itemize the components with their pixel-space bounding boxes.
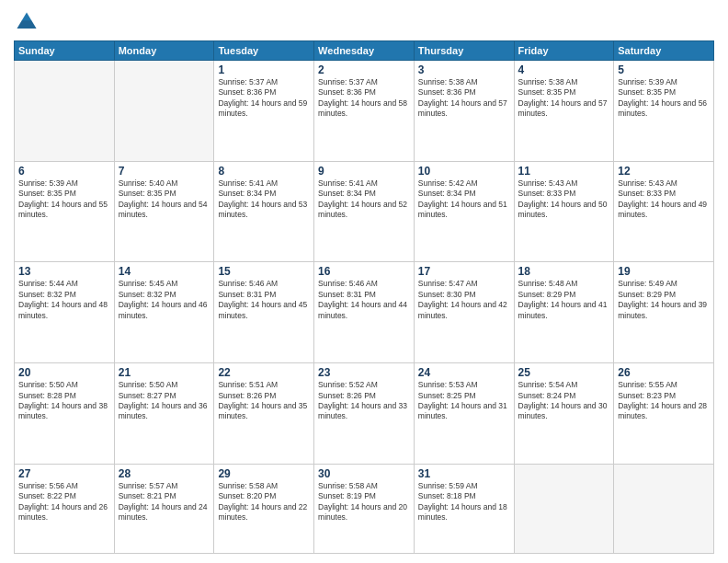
day-number: 1 <box>218 63 310 76</box>
day-number: 9 <box>318 165 410 178</box>
day-number: 31 <box>418 467 510 480</box>
day-number: 6 <box>18 165 110 178</box>
day-number: 12 <box>618 165 710 178</box>
calendar-cell: 19Sunrise: 5:49 AMSunset: 8:29 PMDayligh… <box>614 262 714 363</box>
cell-details: Sunrise: 5:38 AMSunset: 8:36 PMDaylight:… <box>418 77 510 120</box>
svg-marker-1 <box>17 20 37 29</box>
weekday-header-row: SundayMondayTuesdayWednesdayThursdayFrid… <box>15 41 714 61</box>
calendar-cell: 7Sunrise: 5:40 AMSunset: 8:35 PMDaylight… <box>114 161 214 262</box>
cell-details: Sunrise: 5:50 AMSunset: 8:27 PMDaylight:… <box>119 380 210 422</box>
calendar-cell: 15Sunrise: 5:46 AMSunset: 8:31 PMDayligh… <box>214 262 314 363</box>
day-number: 14 <box>119 265 210 278</box>
weekday-header-saturday: Saturday <box>614 41 714 61</box>
page: SundayMondayTuesdayWednesdayThursdayFrid… <box>0 0 728 563</box>
day-number: 17 <box>418 265 510 278</box>
day-number: 22 <box>218 366 310 379</box>
weekday-header-monday: Monday <box>114 41 214 61</box>
cell-details: Sunrise: 5:44 AMSunset: 8:32 PMDaylight:… <box>18 279 110 321</box>
day-number: 19 <box>618 265 710 278</box>
cell-details: Sunrise: 5:51 AMSunset: 8:26 PMDaylight:… <box>218 380 310 422</box>
cell-details: Sunrise: 5:54 AMSunset: 8:24 PMDaylight:… <box>518 380 610 422</box>
cell-details: Sunrise: 5:55 AMSunset: 8:23 PMDaylight:… <box>618 380 710 422</box>
weekday-header-wednesday: Wednesday <box>314 41 415 61</box>
cell-details: Sunrise: 5:43 AMSunset: 8:33 PMDaylight:… <box>518 178 610 221</box>
calendar-cell: 12Sunrise: 5:43 AMSunset: 8:33 PMDayligh… <box>614 161 714 262</box>
cell-details: Sunrise: 5:52 AMSunset: 8:26 PMDaylight:… <box>318 380 410 422</box>
calendar-cell: 13Sunrise: 5:44 AMSunset: 8:32 PMDayligh… <box>15 262 115 363</box>
cell-details: Sunrise: 5:46 AMSunset: 8:31 PMDaylight:… <box>318 279 410 321</box>
calendar-cell: 14Sunrise: 5:45 AMSunset: 8:32 PMDayligh… <box>114 262 214 363</box>
cell-details: Sunrise: 5:46 AMSunset: 8:31 PMDaylight:… <box>218 279 310 321</box>
cell-details: Sunrise: 5:43 AMSunset: 8:33 PMDaylight:… <box>618 178 710 221</box>
day-number: 20 <box>18 366 110 379</box>
day-number: 8 <box>218 165 310 178</box>
cell-details: Sunrise: 5:50 AMSunset: 8:28 PMDaylight:… <box>18 380 110 422</box>
week-row-2: 6Sunrise: 5:39 AMSunset: 8:35 PMDaylight… <box>15 161 714 262</box>
cell-details: Sunrise: 5:58 AMSunset: 8:19 PMDaylight:… <box>318 481 410 523</box>
cell-details: Sunrise: 5:39 AMSunset: 8:35 PMDaylight:… <box>618 77 710 120</box>
cell-details: Sunrise: 5:45 AMSunset: 8:32 PMDaylight:… <box>119 279 210 321</box>
calendar-cell: 8Sunrise: 5:41 AMSunset: 8:34 PMDaylight… <box>214 161 314 262</box>
day-number: 29 <box>218 467 310 480</box>
cell-details: Sunrise: 5:41 AMSunset: 8:34 PMDaylight:… <box>318 178 410 221</box>
day-number: 21 <box>119 366 210 379</box>
cell-details: Sunrise: 5:42 AMSunset: 8:34 PMDaylight:… <box>418 178 510 221</box>
calendar-cell: 4Sunrise: 5:38 AMSunset: 8:35 PMDaylight… <box>514 61 614 162</box>
calendar-cell: 23Sunrise: 5:52 AMSunset: 8:26 PMDayligh… <box>314 363 415 465</box>
logo <box>14 9 43 35</box>
day-number: 13 <box>18 265 110 278</box>
day-number: 16 <box>318 265 410 278</box>
day-number: 18 <box>518 265 610 278</box>
cell-details: Sunrise: 5:48 AMSunset: 8:29 PMDaylight:… <box>518 279 610 321</box>
calendar-cell: 5Sunrise: 5:39 AMSunset: 8:35 PMDaylight… <box>614 61 714 162</box>
calendar-cell: 18Sunrise: 5:48 AMSunset: 8:29 PMDayligh… <box>514 262 614 363</box>
cell-details: Sunrise: 5:56 AMSunset: 8:22 PMDaylight:… <box>18 481 110 523</box>
weekday-header-thursday: Thursday <box>414 41 514 61</box>
cell-details: Sunrise: 5:59 AMSunset: 8:18 PMDaylight:… <box>418 481 510 523</box>
calendar-cell <box>514 464 614 553</box>
calendar-cell: 27Sunrise: 5:56 AMSunset: 8:22 PMDayligh… <box>15 464 115 553</box>
weekday-header-friday: Friday <box>514 41 614 61</box>
cell-details: Sunrise: 5:53 AMSunset: 8:25 PMDaylight:… <box>418 380 510 422</box>
header <box>14 9 714 35</box>
day-number: 25 <box>518 366 610 379</box>
cell-details: Sunrise: 5:40 AMSunset: 8:35 PMDaylight:… <box>119 178 210 221</box>
calendar-cell: 22Sunrise: 5:51 AMSunset: 8:26 PMDayligh… <box>214 363 314 465</box>
calendar-cell: 1Sunrise: 5:37 AMSunset: 8:36 PMDaylight… <box>214 61 314 162</box>
day-number: 26 <box>618 366 710 379</box>
calendar-cell: 20Sunrise: 5:50 AMSunset: 8:28 PMDayligh… <box>15 363 115 465</box>
calendar-cell: 3Sunrise: 5:38 AMSunset: 8:36 PMDaylight… <box>414 61 514 162</box>
day-number: 30 <box>318 467 410 480</box>
calendar-cell <box>614 464 714 553</box>
calendar-cell <box>15 61 115 162</box>
day-number: 4 <box>518 63 610 76</box>
day-number: 28 <box>119 467 210 480</box>
calendar-cell: 16Sunrise: 5:46 AMSunset: 8:31 PMDayligh… <box>314 262 415 363</box>
calendar-cell: 24Sunrise: 5:53 AMSunset: 8:25 PMDayligh… <box>414 363 514 465</box>
calendar-cell: 31Sunrise: 5:59 AMSunset: 8:18 PMDayligh… <box>414 464 514 553</box>
week-row-1: 1Sunrise: 5:37 AMSunset: 8:36 PMDaylight… <box>15 61 714 162</box>
day-number: 10 <box>418 165 510 178</box>
weekday-header-sunday: Sunday <box>15 41 115 61</box>
day-number: 2 <box>318 63 410 76</box>
calendar-cell: 25Sunrise: 5:54 AMSunset: 8:24 PMDayligh… <box>514 363 614 465</box>
day-number: 5 <box>618 63 710 76</box>
cell-details: Sunrise: 5:49 AMSunset: 8:29 PMDaylight:… <box>618 279 710 321</box>
calendar-cell: 17Sunrise: 5:47 AMSunset: 8:30 PMDayligh… <box>414 262 514 363</box>
calendar-cell: 21Sunrise: 5:50 AMSunset: 8:27 PMDayligh… <box>114 363 214 465</box>
calendar-cell: 9Sunrise: 5:41 AMSunset: 8:34 PMDaylight… <box>314 161 415 262</box>
calendar-cell: 26Sunrise: 5:55 AMSunset: 8:23 PMDayligh… <box>614 363 714 465</box>
day-number: 15 <box>218 265 310 278</box>
day-number: 27 <box>18 467 110 480</box>
calendar-cell: 10Sunrise: 5:42 AMSunset: 8:34 PMDayligh… <box>414 161 514 262</box>
day-number: 3 <box>418 63 510 76</box>
day-number: 7 <box>119 165 210 178</box>
calendar-cell <box>114 61 214 162</box>
week-row-3: 13Sunrise: 5:44 AMSunset: 8:32 PMDayligh… <box>15 262 714 363</box>
week-row-4: 20Sunrise: 5:50 AMSunset: 8:28 PMDayligh… <box>15 363 714 465</box>
calendar-cell: 30Sunrise: 5:58 AMSunset: 8:19 PMDayligh… <box>314 464 415 553</box>
weekday-header-tuesday: Tuesday <box>214 41 314 61</box>
calendar-table: SundayMondayTuesdayWednesdayThursdayFrid… <box>14 40 714 554</box>
logo-icon <box>14 9 40 35</box>
cell-details: Sunrise: 5:58 AMSunset: 8:20 PMDaylight:… <box>218 481 310 523</box>
